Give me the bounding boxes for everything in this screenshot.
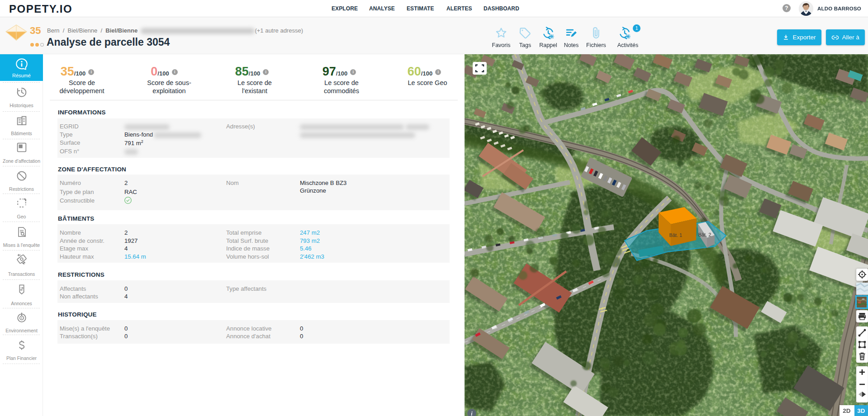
svg-text:Bât. 2: Bât. 2 <box>698 232 711 237</box>
svg-text:Bât. 1: Bât. 1 <box>669 232 683 238</box>
svg-text:2D: 2D <box>843 407 851 414</box>
svg-text:3D: 3D <box>857 407 865 414</box>
